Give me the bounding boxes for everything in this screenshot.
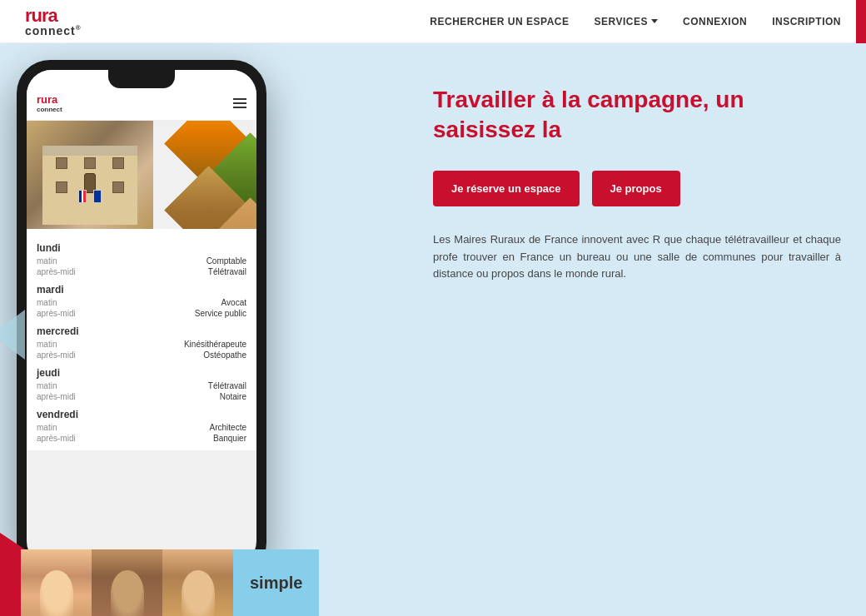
description-text: Les Maires Ruraux de France innovent ave… [433, 231, 841, 283]
phone-screen: rura connect [27, 70, 256, 566]
schedule-row: matin Télétravail [37, 380, 246, 391]
hero-title: Travailler à la campagne, un saisissez l… [433, 85, 841, 146]
reserve-button[interactable]: Je réserve un espace [433, 171, 580, 206]
phone-logo-rura: rura [37, 93, 62, 106]
photo-person-2 [92, 549, 162, 616]
schedule-day-vendredi: vendredi [37, 409, 246, 420]
phone-notch [108, 70, 175, 88]
main-nav: RECHERCHER UN ESPACE SERVICES CONNEXION … [430, 16, 841, 27]
header: rura connect® RECHERCHER UN ESPACE SERVI… [0, 0, 866, 43]
logo-rura: rura [25, 7, 82, 25]
phone-image-area [27, 121, 256, 229]
logo: rura connect® [25, 7, 82, 37]
schedule-day-lundi: lundi [37, 242, 246, 254]
schedule-day-jeudi: jeudi [37, 367, 246, 379]
left-section: rura connect [0, 43, 400, 616]
schedule-row: matin Kinésithérapeute [37, 339, 246, 350]
schedule-day-mercredi: mercredi [37, 325, 246, 337]
schedule-row: après-midi Télétravail [37, 266, 246, 277]
phone-outer: rura connect [17, 60, 266, 576]
logo-connect: connect® [25, 25, 82, 37]
schedule-row: après-midi Banquier [37, 433, 246, 444]
hamburger-icon[interactable] [233, 98, 246, 108]
schedule-row: matin Avocat [37, 297, 246, 308]
schedule-row: après-midi Service public [37, 308, 246, 319]
nav-services[interactable]: SERVICES [595, 16, 658, 27]
right-section: Travailler à la campagne, un saisissez l… [400, 43, 866, 616]
simple-label: simple [233, 549, 319, 616]
bottom-photos [21, 549, 233, 616]
main-content: rura connect [0, 43, 866, 616]
phone-schedule: lundi matin Comptable après-midi Télétra… [27, 229, 256, 450]
schedule-day-mardi: mardi [37, 284, 246, 296]
schedule-row: matin Architecte [37, 422, 246, 433]
chevron-down-icon [651, 19, 658, 23]
nav-search[interactable]: RECHERCHER UN ESPACE [430, 16, 569, 27]
schedule-row: matin Comptable [37, 256, 246, 266]
phone-logo-connect: connect [37, 106, 62, 113]
header-red-accent [856, 0, 866, 43]
photo-person-3 [162, 549, 233, 616]
left-arrow-decoration [0, 310, 25, 360]
schedule-row: après-midi Notaire [37, 391, 246, 402]
phone-mockup: rura connect [17, 60, 266, 576]
propose-button[interactable]: Je propos [592, 171, 680, 206]
photo-person-1 [21, 549, 92, 616]
phone-logo: rura connect [37, 93, 62, 113]
nav-inscription[interactable]: INSCRIPTION [772, 16, 841, 27]
cta-buttons: Je réserve un espace Je propos [433, 171, 841, 206]
schedule-row: après-midi Ostéopathe [37, 350, 246, 360]
diamond-images [127, 121, 256, 229]
bottom-strip: simple [0, 549, 400, 616]
nav-connexion[interactable]: CONNEXION [683, 16, 747, 27]
